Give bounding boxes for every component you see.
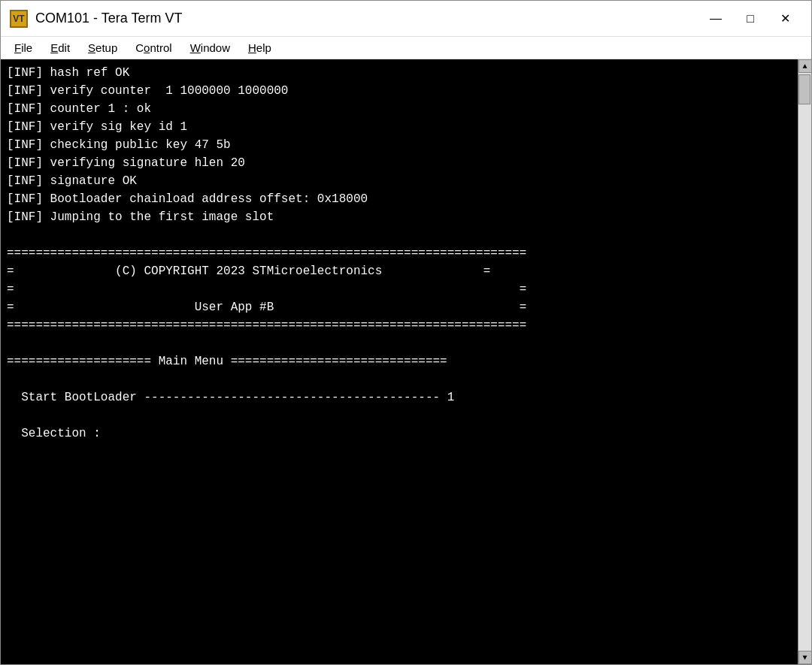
title-bar: VT COM101 - Tera Term VT — □ ✕ [1, 1, 811, 37]
scroll-track[interactable] [798, 73, 812, 651]
menu-edit[interactable]: Edit [43, 40, 77, 56]
minimize-button[interactable]: — [698, 7, 733, 31]
menu-file[interactable]: File [7, 40, 40, 56]
close-button[interactable]: ✕ [768, 7, 802, 31]
terminal-output[interactable]: [INF] hash ref OK [INF] verify counter 1… [1, 59, 798, 664]
scroll-down-button[interactable]: ▼ [798, 651, 812, 664]
menu-setup[interactable]: Setup [80, 40, 125, 56]
menu-help[interactable]: Help [241, 40, 279, 56]
scrollbar[interactable]: ▲ ▼ [798, 59, 811, 664]
scroll-thumb[interactable] [798, 74, 810, 104]
menu-window[interactable]: Window [183, 40, 238, 56]
scroll-up-button[interactable]: ▲ [798, 59, 812, 73]
menu-bar: File Edit Setup Control Window Help [1, 37, 811, 59]
maximize-button[interactable]: □ [733, 7, 768, 31]
window-title: COM101 - Tera Term VT [35, 11, 698, 26]
menu-control[interactable]: Control [128, 40, 179, 56]
main-window: VT COM101 - Tera Term VT — □ ✕ File Edit… [0, 0, 812, 665]
window-controls: — □ ✕ [698, 7, 802, 31]
terminal-area: [INF] hash ref OK [INF] verify counter 1… [1, 59, 811, 664]
app-icon: VT [10, 10, 28, 28]
